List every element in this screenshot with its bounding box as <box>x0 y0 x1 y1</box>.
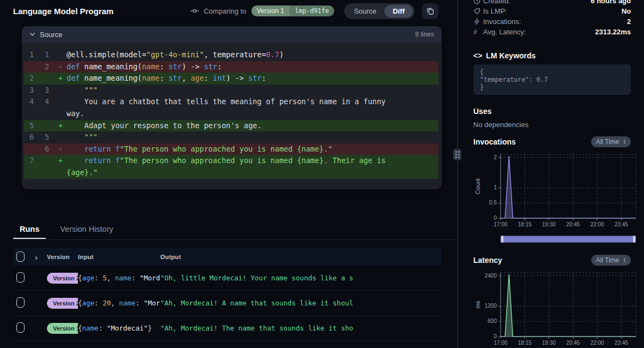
compare-version-name: Version 1 <box>251 5 290 16</box>
brush-handle-left[interactable] <box>501 236 504 243</box>
source-panel: Source 8 lines 11@ell.simple(model="gpt-… <box>22 26 442 189</box>
svg-text:1200: 1200 <box>485 303 497 309</box>
code-segment: """ <box>85 86 98 94</box>
code-segment: f <box>115 145 119 153</box>
stat-value: No <box>622 7 631 15</box>
diff-sign <box>55 131 67 143</box>
input-segment: 20 <box>103 299 111 307</box>
code-segment: def <box>67 74 85 82</box>
invocations-brush[interactable] <box>501 236 636 243</box>
code-segment: : <box>160 62 168 71</box>
code-segment <box>67 145 85 153</box>
version-badge[interactable]: Version 2 <box>47 273 78 284</box>
input-segment: age <box>82 274 95 282</box>
svg-text:20:45: 20:45 <box>566 221 580 227</box>
version-cell: Version 2 <box>47 273 78 284</box>
input-segment: { <box>78 299 82 307</box>
range-select-value: All Time <box>596 138 619 146</box>
lmp-stats: Created: 6 hours ago Is LMP: No Invocati… <box>473 0 631 37</box>
tab-version-history-label: Version History <box>60 225 113 233</box>
latency-chart: 17:0018:1519:3020:4522:0023:450600120024… <box>473 269 643 348</box>
diff-row: 2+def name_meaning(name: str, age: int) … <box>24 73 438 85</box>
input-segment: , <box>111 299 119 307</box>
version-cell: Version 1 <box>47 323 78 334</box>
select-all-checkbox[interactable] <box>16 251 25 262</box>
code-segment: name <box>142 62 160 71</box>
code-segment: return <box>85 145 116 153</box>
gutter-new-line-number: 4 <box>24 96 39 119</box>
column-header-input[interactable]: Input <box>78 254 160 260</box>
toggle-diff[interactable]: Diff <box>384 5 413 17</box>
input-segment: : <box>131 274 140 282</box>
code-line: def name_meaning(name: str, age: int) ->… <box>67 73 396 85</box>
row-checkbox[interactable] <box>16 322 25 333</box>
latency-range-select[interactable]: All Time ▲▼ <box>591 255 631 266</box>
code-segment <box>67 86 85 94</box>
diff-sign: + <box>55 155 67 178</box>
svg-text:0: 0 <box>493 333 497 339</box>
code-segment: f <box>115 156 119 165</box>
version-cell: Version 2 <box>47 298 78 309</box>
invocations-range-select[interactable]: All Time ▲▼ <box>591 136 631 147</box>
input-segment: { <box>78 324 82 332</box>
column-header-output[interactable]: Output <box>160 254 442 260</box>
column-header-version[interactable]: Version <box>47 254 78 260</box>
copy-button[interactable] <box>422 3 438 19</box>
source-diff-toggle: Source Diff <box>344 3 414 19</box>
input-segment: { <box>78 274 82 282</box>
run-output: "Ah, Mordecai! The name that sounds like… <box>160 324 442 332</box>
gutter-new-line-number: 6 <box>24 131 39 143</box>
expand-all-chevron[interactable]: › <box>35 253 47 262</box>
tab-runs[interactable]: Runs <box>13 220 46 239</box>
code-segment: : <box>160 74 168 82</box>
gutter-new-line-number <box>24 61 39 73</box>
gutter-old-line-number: 2 <box>39 61 55 73</box>
table-row[interactable]: Version 1{name: "Mordecai"}"Ah, Mordecai… <box>13 316 442 341</box>
diff-row: 6- return f"The person who approached yo… <box>24 143 438 155</box>
code-segment: """ <box>85 133 98 141</box>
svg-text:1: 1 <box>493 184 497 190</box>
table-row[interactable]: Version 2{age: 5, name: "Mordecai"}"Oh, … <box>13 266 442 291</box>
svg-text:22:00: 22:00 <box>591 221 604 227</box>
code-segment: @ell.simple(model= <box>67 50 146 59</box>
input-segment: : <box>94 274 103 282</box>
hash-icon: # <box>473 28 483 36</box>
gutter-old-line-number <box>39 120 55 132</box>
tab-version-history[interactable]: Version History <box>53 220 120 239</box>
diff-row: 33 """ <box>24 85 438 97</box>
version-badge[interactable]: Version 2 <box>47 298 78 309</box>
code-segment: , temperature= <box>204 50 266 59</box>
stat-invocations: Invocations: 2 <box>473 16 631 27</box>
compare-version-badge[interactable]: Version 1 lmp-d91fe <box>251 5 334 16</box>
run-input: {age: 20, name: "Mordecai"} <box>78 299 160 307</box>
gutter-new-line-number: 5 <box>24 120 39 132</box>
diff-row: 7+ return f"The person who approached yo… <box>24 155 438 178</box>
row-checkbox[interactable] <box>16 272 25 283</box>
table-row[interactable]: Version 2{age: 20, name: "Mordecai"}"Ah,… <box>13 291 442 316</box>
version-badge[interactable]: Version 1 <box>47 323 78 334</box>
code-line: } <box>480 83 624 91</box>
drag-handle-icon[interactable] <box>453 149 461 160</box>
gutter-new-line-number: 7 <box>24 155 39 178</box>
row-checkbox[interactable] <box>16 297 25 308</box>
zap-icon <box>473 18 483 25</box>
select-arrows-icon: ▲▼ <box>623 139 626 145</box>
input-segment: age <box>82 299 95 307</box>
latency-heading: Latency <box>473 256 502 265</box>
code-segment: : <box>204 74 213 82</box>
compare-version-hash: lmp-d91fe <box>290 5 334 16</box>
toggle-source[interactable]: Source <box>346 5 384 17</box>
diff-sign <box>55 49 67 61</box>
runs-table-header: › Version Input Output <box>13 248 442 266</box>
code-segment: age <box>191 74 204 82</box>
gutter-old-line-number: 1 <box>39 49 55 61</box>
tab-bar: Runs Version History <box>13 220 120 239</box>
run-output: "Ah, Mordecai! A name that sounds like i… <box>160 299 442 307</box>
code-segment: str <box>168 62 182 71</box>
source-panel-header[interactable]: Source 8 lines <box>22 26 442 43</box>
brush-handle-right[interactable] <box>633 236 636 243</box>
code-segment: str <box>168 74 182 82</box>
runs-table-body: Version 2{age: 5, name: "Mordecai"}"Oh, … <box>13 266 442 341</box>
panel-resizer[interactable] <box>457 0 458 348</box>
stat-is-lmp: Is LMP: No <box>473 6 631 16</box>
